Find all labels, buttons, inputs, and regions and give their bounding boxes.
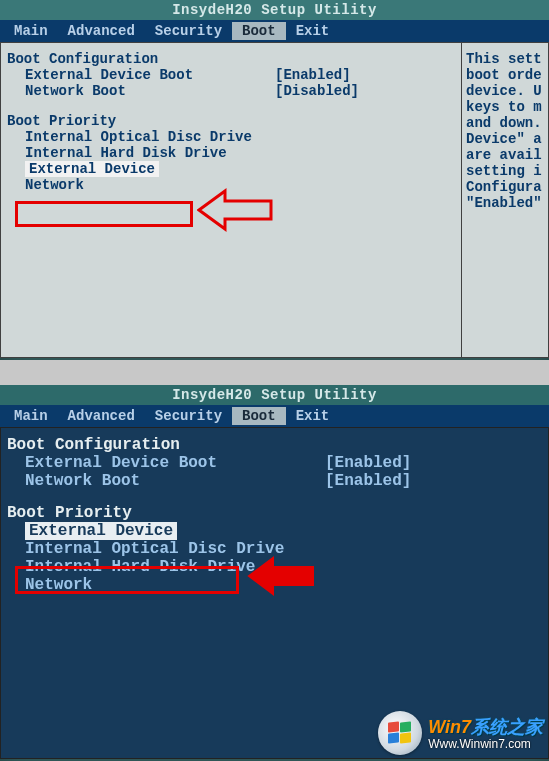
option-value: [Enabled] <box>325 454 445 472</box>
section-boot-priority: Boot Priority <box>7 113 455 129</box>
priority-item[interactable]: Network <box>7 576 542 594</box>
priority-item[interactable]: Internal Optical Disc Drive <box>7 129 455 145</box>
menu-bar: Main Advanced Security Boot Exit <box>0 20 549 42</box>
bios-main-pane: Boot Configuration External Device Boot … <box>0 42 462 358</box>
bios-main-pane: Boot Configuration External Device Boot … <box>0 427 549 759</box>
svg-marker-0 <box>199 191 271 229</box>
menu-security[interactable]: Security <box>145 22 232 40</box>
priority-item[interactable]: Internal Hard Disk Drive <box>7 558 542 576</box>
bios-title: InsydeH20 Setup Utility <box>0 385 549 405</box>
section-boot-priority: Boot Priority <box>7 504 542 522</box>
menu-advanced[interactable]: Advanced <box>58 407 145 425</box>
option-external-device-boot[interactable]: External Device Boot [Enabled] <box>7 67 455 83</box>
priority-item[interactable]: Internal Optical Disc Drive <box>7 540 542 558</box>
menu-bar: Main Advanced Security Boot Exit <box>0 405 549 427</box>
menu-advanced[interactable]: Advanced <box>58 22 145 40</box>
option-label: External Device Boot <box>25 454 325 472</box>
menu-exit[interactable]: Exit <box>286 22 340 40</box>
annotation-arrow-icon <box>197 187 277 233</box>
priority-item[interactable]: Internal Hard Disk Drive <box>7 145 455 161</box>
option-external-device-boot[interactable]: External Device Boot [Enabled] <box>7 454 542 472</box>
bios-screenshot-before: InsydeH20 Setup Utility Main Advanced Se… <box>0 0 549 360</box>
priority-item-selected[interactable]: External Device <box>7 522 542 540</box>
option-network-boot[interactable]: Network Boot [Disabled] <box>7 83 455 99</box>
option-value: [Enabled] <box>275 67 395 83</box>
option-label: Network Boot <box>25 472 325 490</box>
section-boot-config: Boot Configuration <box>7 436 542 454</box>
priority-selected-label: External Device <box>25 161 159 177</box>
option-value: [Enabled] <box>325 472 445 490</box>
option-label: Network Boot <box>25 83 275 99</box>
help-text: This sett boot orde device. U keys to m … <box>466 51 544 211</box>
option-value: [Disabled] <box>275 83 395 99</box>
menu-boot[interactable]: Boot <box>232 22 286 40</box>
annotation-red-box <box>15 201 193 227</box>
option-network-boot[interactable]: Network Boot [Enabled] <box>7 472 542 490</box>
menu-exit[interactable]: Exit <box>286 407 340 425</box>
section-boot-config: Boot Configuration <box>7 51 455 67</box>
bios-help-pane: This sett boot orde device. U keys to m … <box>462 42 549 358</box>
bios-title: InsydeH20 Setup Utility <box>0 0 549 20</box>
priority-selected-label: External Device <box>25 522 177 540</box>
menu-main[interactable]: Main <box>4 407 58 425</box>
menu-security[interactable]: Security <box>145 407 232 425</box>
bios-screenshot-after: InsydeH20 Setup Utility Main Advanced Se… <box>0 385 549 761</box>
menu-main[interactable]: Main <box>4 22 58 40</box>
option-label: External Device Boot <box>25 67 275 83</box>
priority-item[interactable]: Network <box>7 177 455 193</box>
priority-item-selected[interactable]: External Device <box>7 161 455 177</box>
menu-boot[interactable]: Boot <box>232 407 286 425</box>
